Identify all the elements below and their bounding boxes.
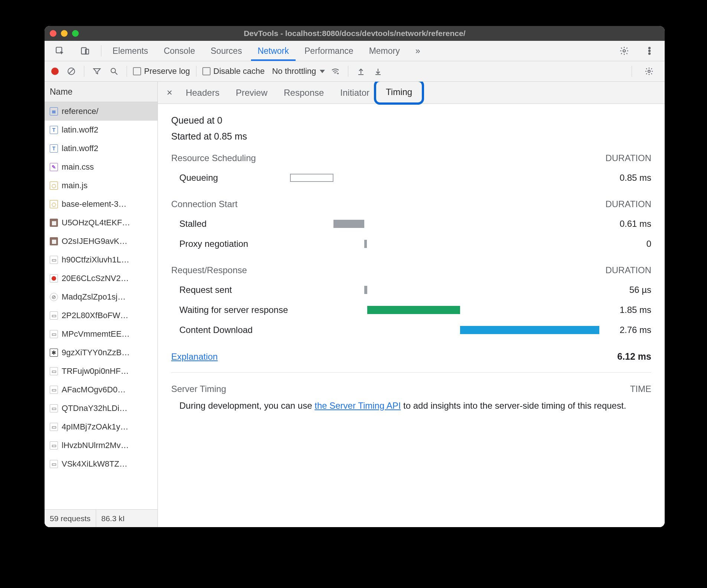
disable-cache-label: Disable cache xyxy=(214,66,265,76)
request-name: main.css xyxy=(62,162,94,172)
request-row[interactable]: ▭h90CtfziXluvh1L… xyxy=(45,251,157,269)
preserve-log-label: Preserve log xyxy=(144,66,190,76)
timing-label: Content Download xyxy=(171,325,290,335)
explanation-link[interactable]: Explanation xyxy=(171,352,218,362)
request-row[interactable]: Tlatin.woff2 xyxy=(45,139,157,158)
tab-more[interactable]: » xyxy=(409,41,427,61)
svg-point-4 xyxy=(649,47,650,49)
timing-label: Stalled xyxy=(171,219,290,229)
tab-initiator[interactable]: Initiator xyxy=(332,82,378,104)
request-row[interactable]: ▭4pIMBj7zOAk1y… xyxy=(45,418,157,436)
upload-har-icon[interactable] xyxy=(354,61,368,81)
chevron-down-icon xyxy=(320,70,325,73)
divider xyxy=(101,45,101,56)
name-column-header[interactable]: Name xyxy=(45,82,157,102)
timing-bar-track xyxy=(290,325,599,335)
tab-performance[interactable]: Performance xyxy=(298,41,360,61)
minimize-window-button[interactable] xyxy=(61,30,68,37)
clear-button[interactable] xyxy=(65,61,78,81)
request-row[interactable]: 20E6CLcSzNV2… xyxy=(45,269,157,288)
request-row[interactable]: ▭TRFujw0pi0nHF… xyxy=(45,362,157,380)
request-row[interactable]: ▭lHvzbNUlrm2Mv… xyxy=(45,436,157,455)
request-name: TRFujw0pi0nHF… xyxy=(62,366,129,376)
file-type-icon: ✻ xyxy=(50,349,58,357)
file-list[interactable]: ≣reference/Tlatin.woff2Tlatin.woff2✎main… xyxy=(45,102,157,509)
network-settings-icon[interactable] xyxy=(638,61,660,81)
device-toggle-icon[interactable] xyxy=(74,41,97,61)
inspect-element-icon[interactable] xyxy=(48,41,71,61)
timing-panel: Queued at 0 Started at 0.85 ms Resource … xyxy=(158,104,665,527)
network-conditions-icon[interactable] xyxy=(329,61,342,81)
file-type-icon: ▭ xyxy=(50,423,58,431)
timing-value: 56 µs xyxy=(599,285,651,295)
request-name: MPcVmmemtEE… xyxy=(62,329,130,339)
timing-bar xyxy=(460,326,599,334)
request-row[interactable]: ◌base-element-3… xyxy=(45,195,157,213)
request-name: QTDnaY32hLDi… xyxy=(62,404,127,413)
tab-headers[interactable]: Headers xyxy=(177,82,228,104)
tab-elements[interactable]: Elements xyxy=(106,41,155,61)
timing-bar-track xyxy=(290,173,599,183)
request-row[interactable]: ▩U5OHzQL4tEKF… xyxy=(45,213,157,232)
timing-row: Waiting for server response1.85 ms xyxy=(171,300,651,320)
throttling-select[interactable]: No throttling xyxy=(272,66,325,76)
request-row[interactable]: ≣reference/ xyxy=(45,102,157,121)
timing-value: 1.85 ms xyxy=(599,305,651,315)
filter-icon[interactable] xyxy=(90,61,104,81)
tab-response[interactable]: Response xyxy=(276,82,332,104)
preserve-log-checkbox[interactable]: Preserve log xyxy=(133,66,190,76)
request-name: reference/ xyxy=(62,107,98,116)
disable-cache-checkbox[interactable]: Disable cache xyxy=(202,66,265,76)
request-row[interactable]: Tlatin.woff2 xyxy=(45,121,157,139)
file-type-icon: ▭ xyxy=(50,311,58,320)
timing-label: Request sent xyxy=(171,285,290,295)
divider xyxy=(84,66,84,77)
server-timing-api-link[interactable]: the Server Timing API xyxy=(315,401,401,411)
request-row[interactable]: ▭2P2L80XfBoFW… xyxy=(45,306,157,325)
tab-timing[interactable]: Timing xyxy=(378,82,420,104)
request-row[interactable]: ✻9gzXiTYY0nZzB… xyxy=(45,343,157,362)
request-name: AFacMOgv6D0… xyxy=(62,385,126,395)
svg-point-11 xyxy=(337,73,339,74)
request-row[interactable]: ⊘MadqZslZpo1sj… xyxy=(45,288,157,306)
transfer-size: 86.3 kI xyxy=(96,510,130,527)
request-row[interactable]: ▭MPcVmmemtEE… xyxy=(45,325,157,343)
request-row[interactable]: ▭QTDnaY32hLDi… xyxy=(45,399,157,418)
divider xyxy=(127,66,127,77)
file-type-icon: T xyxy=(50,126,58,134)
request-list: Name ≣reference/Tlatin.woff2Tlatin.woff2… xyxy=(45,82,158,527)
tab-network[interactable]: Network xyxy=(251,41,296,61)
timing-value: 2.76 ms xyxy=(599,325,651,335)
request-name: MadqZslZpo1sj… xyxy=(62,292,126,302)
request-name: base-element-3… xyxy=(62,199,127,209)
total-duration: 6.12 ms xyxy=(617,351,651,362)
tab-memory[interactable]: Memory xyxy=(362,41,407,61)
kebab-menu-icon[interactable] xyxy=(638,41,661,61)
timing-value: 0 xyxy=(599,239,651,249)
timing-row: Queueing0.85 ms xyxy=(171,168,651,188)
request-name: 2P2L80XfBoFW… xyxy=(62,311,128,320)
section-title: Request/Response xyxy=(171,265,247,275)
search-icon[interactable] xyxy=(107,61,121,81)
tab-sources[interactable]: Sources xyxy=(204,41,248,61)
request-row[interactable]: ▭VSk4XiLkW8TZ… xyxy=(45,455,157,473)
server-timing-tip: During development, you can use the Serv… xyxy=(171,399,651,412)
download-har-icon[interactable] xyxy=(371,61,385,81)
duration-header: DURATION xyxy=(605,153,651,163)
request-row[interactable]: ▩O2sIJEHG9avK… xyxy=(45,232,157,251)
request-row[interactable]: ◌main.js xyxy=(45,176,157,195)
record-button[interactable] xyxy=(49,61,61,81)
tab-preview[interactable]: Preview xyxy=(228,82,276,104)
timing-bar-track xyxy=(290,219,599,229)
file-type-icon: ▭ xyxy=(50,441,58,450)
request-row[interactable]: ✎main.css xyxy=(45,158,157,176)
tab-console[interactable]: Console xyxy=(157,41,202,61)
request-row[interactable]: ▭AFacMOgv6D0… xyxy=(45,380,157,399)
settings-icon[interactable] xyxy=(613,41,636,61)
maximize-window-button[interactable] xyxy=(72,30,79,37)
svg-point-6 xyxy=(649,53,650,54)
timing-row: Proxy negotiation0 xyxy=(171,234,651,254)
close-window-button[interactable] xyxy=(50,30,56,37)
request-name: latin.woff2 xyxy=(62,125,98,135)
close-detail-button[interactable]: × xyxy=(162,82,177,104)
